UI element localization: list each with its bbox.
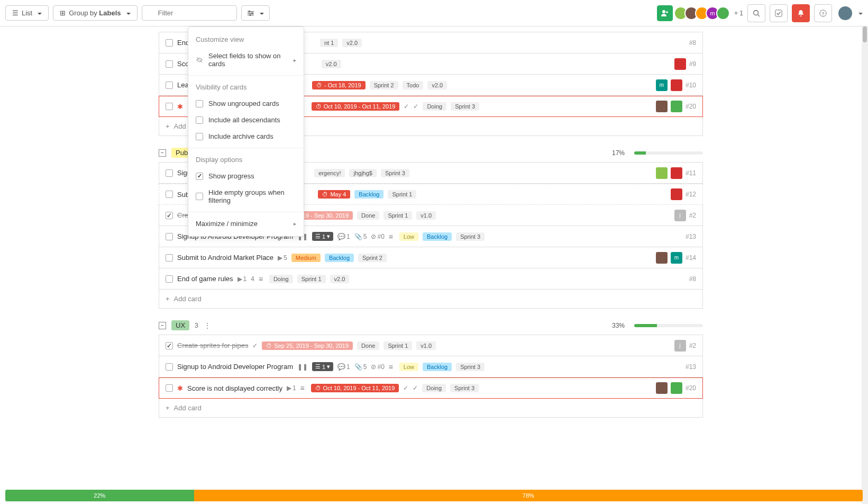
- checkbox[interactable]: [196, 100, 203, 107]
- customize-view-button[interactable]: [241, 5, 270, 21]
- checkbox[interactable]: [196, 193, 203, 200]
- avatar[interactable]: [656, 252, 668, 264]
- tag[interactable]: Sprint 2: [370, 81, 398, 89]
- card-row[interactable]: Submit to Android Market Place ▶ 5 Mediu…: [159, 247, 703, 268]
- tag[interactable]: v2.0: [330, 275, 350, 283]
- tag[interactable]: Doing: [269, 275, 293, 283]
- checkbox[interactable]: [166, 169, 173, 177]
- checkbox-checked[interactable]: [166, 342, 173, 349]
- checkbox[interactable]: [166, 275, 173, 283]
- avatar[interactable]: [656, 101, 668, 112]
- checkbox[interactable]: [196, 116, 203, 124]
- avatar[interactable]: [671, 188, 682, 200]
- hide-empty-item[interactable]: Hide empty groups when filtering: [188, 184, 304, 209]
- tag[interactable]: Sprint 3: [450, 384, 479, 392]
- tag[interactable]: Sprint 1: [297, 275, 326, 283]
- card-row[interactable]: End of game rules ▶ 1 4 Doing Sprint 1 v…: [159, 268, 703, 290]
- tag[interactable]: v2.0: [427, 81, 447, 89]
- tag[interactable]: ergency!: [314, 169, 345, 177]
- avatar[interactable]: [671, 382, 682, 394]
- help-button[interactable]: ?: [814, 4, 832, 22]
- tasks-button[interactable]: [770, 4, 788, 22]
- tag[interactable]: Sprint 3: [451, 102, 479, 111]
- checkbox[interactable]: [166, 191, 173, 198]
- tag[interactable]: Done: [357, 341, 379, 350]
- tag[interactable]: v2.0: [342, 39, 362, 47]
- group-by-button[interactable]: ⊞ Group by Labels: [53, 5, 137, 21]
- collapse-button[interactable]: −: [159, 322, 166, 329]
- avatar[interactable]: m: [671, 252, 682, 264]
- group-menu[interactable]: ⋮: [204, 321, 211, 330]
- avatar[interactable]: [674, 58, 686, 70]
- tag[interactable]: Backlog: [354, 190, 383, 199]
- tag[interactable]: Backlog: [423, 363, 452, 371]
- checkbox[interactable]: [166, 39, 173, 47]
- tag[interactable]: Sprint 3: [381, 169, 409, 177]
- tag[interactable]: Low: [399, 232, 418, 241]
- tag[interactable]: Doing: [423, 102, 446, 111]
- member-avatars[interactable]: m: [677, 6, 730, 20]
- avatar[interactable]: [671, 101, 682, 112]
- scrollbar-thumb[interactable]: [863, 26, 867, 42]
- add-card-button[interactable]: + Add card: [159, 290, 703, 309]
- add-member-button[interactable]: [657, 5, 673, 21]
- checkbox[interactable]: [166, 384, 173, 392]
- avatar[interactable]: m: [656, 79, 668, 91]
- avatar[interactable]: [656, 167, 668, 179]
- tag[interactable]: Backlog: [325, 254, 354, 262]
- tag[interactable]: Sprint 1: [383, 341, 412, 350]
- avatar[interactable]: [671, 167, 682, 179]
- tag[interactable]: Sprint 1: [383, 211, 412, 220]
- tag[interactable]: Done: [357, 211, 379, 220]
- checkbox-checked[interactable]: [196, 173, 203, 180]
- maximize-item[interactable]: Maximize / minimize ▸: [188, 215, 304, 232]
- show-ungrouped-item[interactable]: Show ungrouped cards: [188, 95, 304, 112]
- tag[interactable]: Sprint 3: [456, 232, 485, 241]
- tag[interactable]: v1.0: [416, 211, 436, 220]
- checkbox[interactable]: [166, 82, 173, 89]
- group-label[interactable]: UX: [171, 320, 189, 330]
- checkbox[interactable]: [166, 233, 173, 240]
- user-avatar[interactable]: [838, 6, 852, 20]
- avatar[interactable]: j: [674, 340, 686, 352]
- search-button[interactable]: [747, 4, 765, 22]
- tag[interactable]: Doing: [422, 384, 446, 392]
- add-card-button[interactable]: + Add card: [159, 399, 703, 418]
- chevron-down-icon[interactable]: [856, 9, 863, 17]
- list-view-button[interactable]: ☰ List: [5, 5, 49, 21]
- tag[interactable]: Sprint 3: [456, 363, 485, 371]
- tag[interactable]: v2.0: [322, 60, 341, 68]
- avatar[interactable]: [716, 6, 730, 20]
- tag[interactable]: Sprint 1: [388, 190, 416, 199]
- checkbox-checked[interactable]: [166, 212, 173, 219]
- show-progress-item[interactable]: Show progress: [188, 168, 304, 184]
- include-archive-item[interactable]: Include archive cards: [188, 128, 304, 145]
- avatar[interactable]: j: [674, 210, 686, 221]
- tag[interactable]: jhgjhg$: [349, 169, 376, 177]
- tag[interactable]: Low: [399, 363, 418, 371]
- tag[interactable]: Sprint 2: [358, 254, 387, 262]
- notifications-button[interactable]: [792, 4, 810, 22]
- tag[interactable]: Backlog: [423, 232, 452, 241]
- checkbox[interactable]: [166, 60, 173, 68]
- filter-input[interactable]: [142, 5, 237, 21]
- more-users[interactable]: + 1: [734, 10, 743, 17]
- tag[interactable]: Todo: [403, 81, 424, 89]
- checkbox[interactable]: [166, 254, 173, 262]
- checkbox[interactable]: [166, 363, 173, 371]
- avatar[interactable]: [671, 79, 682, 91]
- check-icon: ✓: [403, 384, 408, 392]
- card-row[interactable]: Signup to Android Developer Program ❚❚ ☰…: [159, 356, 703, 377]
- include-descendants-item[interactable]: Include all descendants: [188, 112, 304, 128]
- collapse-button[interactable]: −: [159, 149, 166, 157]
- checkbox[interactable]: [166, 103, 173, 110]
- card-row[interactable]: ✱ Score is not displayed correctly ▶ 1 ⏱…: [159, 377, 703, 399]
- card-row[interactable]: Create sprites for pipes ✓ ⏱ Sep 25, 201…: [159, 335, 703, 356]
- tag[interactable]: v1.0: [416, 341, 436, 350]
- checkbox[interactable]: [196, 133, 203, 140]
- avatar[interactable]: [656, 382, 668, 394]
- tag[interactable]: Medium: [291, 254, 321, 262]
- select-fields-item[interactable]: Select fields to show on cards ▸: [188, 48, 304, 72]
- scrollbar[interactable]: [862, 26, 868, 504]
- tag[interactable]: nt 1: [320, 39, 338, 47]
